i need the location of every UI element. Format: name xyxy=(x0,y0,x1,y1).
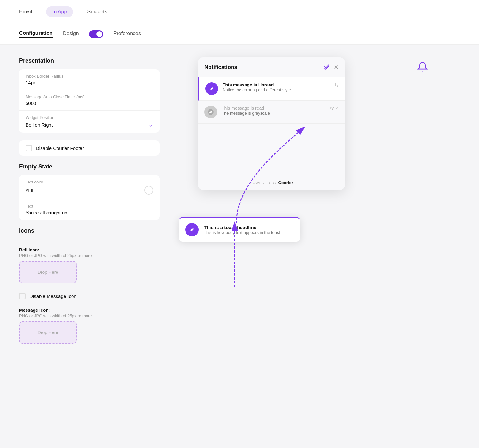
widget-footer: POWERED BY Courier xyxy=(198,175,345,190)
message-icon-label: Message Icon: xyxy=(19,308,160,313)
tab-design[interactable]: Design xyxy=(63,31,79,38)
svg-point-3 xyxy=(211,111,212,112)
inbox-border-radius-field: Inbox Border Radius 14px xyxy=(19,69,160,90)
widget-actions: ✕ xyxy=(323,63,338,71)
widget-position-value: Bell on Right xyxy=(26,122,53,128)
text-color-value[interactable]: #ffffff xyxy=(26,188,36,193)
toast-title: This is a toast headline xyxy=(204,225,280,230)
bell-icon-label: Bell Icon: xyxy=(19,247,160,252)
notif-time-1: 1y xyxy=(334,82,338,87)
presentation-section: Presentation Inbox Border Radius 14px Me… xyxy=(19,57,160,133)
notif-body-2: The message is grayscale xyxy=(222,111,325,116)
text-color-row: #ffffff xyxy=(26,186,153,195)
icons-title: Icons xyxy=(19,228,160,234)
inbox-border-radius-value[interactable]: 14px xyxy=(26,80,153,85)
bell-icon-preview xyxy=(417,61,428,73)
message-icon-sublabel: PNG or JPG with width of 25px or more xyxy=(19,313,160,318)
message-drop-text: Drop Here xyxy=(38,330,58,335)
empty-state-title: Empty State xyxy=(19,163,160,170)
notifications-widget: Notifications ✕ xyxy=(198,57,345,190)
tab-configuration[interactable]: Configuration xyxy=(19,30,53,38)
text-color-field: Text color #ffffff xyxy=(19,175,160,199)
disable-message-icon-label: Disable Message Icon xyxy=(29,294,77,299)
sub-navigation: Configuration Design Preferences xyxy=(0,24,479,45)
toast-avatar xyxy=(185,223,199,236)
widget-position-label: Widget Position xyxy=(26,115,153,120)
empty-state-text-value[interactable]: You're all caught up xyxy=(26,210,153,215)
svg-point-1 xyxy=(212,87,213,88)
tab-snippets[interactable]: Snippets xyxy=(81,6,113,17)
design-toggle[interactable] xyxy=(89,30,103,38)
disable-courier-footer-row[interactable]: Disable Courier Footer xyxy=(19,140,160,156)
tab-email[interactable]: Email xyxy=(13,6,38,17)
tab-in-app[interactable]: In App xyxy=(46,6,73,17)
disable-courier-footer-checkbox[interactable] xyxy=(26,145,32,151)
mark-all-read-button[interactable] xyxy=(323,63,330,71)
widget-header: Notifications ✕ xyxy=(198,57,345,77)
widget-position-select[interactable]: Bell on Right ⌄ xyxy=(26,121,153,128)
avatar-read xyxy=(204,106,217,118)
empty-state-text-field: Text You're all caught up xyxy=(19,199,160,220)
toast-notification: This is a toast headline This is how bod… xyxy=(179,217,300,242)
auto-close-timer-value[interactable]: 5000 xyxy=(26,101,153,106)
widget-empty-area xyxy=(198,124,345,175)
presentation-title: Presentation xyxy=(19,57,160,64)
bell-icon-sublabel: PNG or JPG with width of 25px or more xyxy=(19,253,160,258)
disable-message-icon-checkbox[interactable] xyxy=(19,293,26,299)
chevron-down-icon: ⌄ xyxy=(148,121,153,128)
notif-body-1: Notice the coloring and different style xyxy=(223,87,330,92)
widget-title: Notifications xyxy=(204,64,237,71)
notification-item-read: This message is read The message is gray… xyxy=(198,101,345,124)
color-swatch[interactable] xyxy=(144,186,153,195)
widget-close-button[interactable]: ✕ xyxy=(334,64,338,71)
main-content: Presentation Inbox Border Radius 14px Me… xyxy=(0,45,479,362)
tab-preferences[interactable]: Preferences xyxy=(113,31,141,38)
toast-body: This is how body text appears in the toa… xyxy=(204,230,280,235)
courier-brand: Courier xyxy=(278,180,293,185)
auto-close-timer-field: Message Auto Close Timer (ms) 5000 xyxy=(19,90,160,111)
message-icon-drop-zone[interactable]: Drop Here xyxy=(19,321,77,344)
text-color-label: Text color xyxy=(26,180,153,184)
presentation-fields: Inbox Border Radius 14px Message Auto Cl… xyxy=(19,69,160,133)
widget-position-field: Widget Position Bell on Right ⌄ xyxy=(19,111,160,133)
bell-icon-drop-zone[interactable]: Drop Here xyxy=(19,261,77,283)
disable-courier-footer-label: Disable Courier Footer xyxy=(36,146,84,151)
notif-time-2: 1y ✓ xyxy=(329,106,338,110)
notif-title-1: This message is Unread xyxy=(223,82,330,87)
empty-state-text-label: Text xyxy=(26,204,153,209)
left-panel: Presentation Inbox Border Radius 14px Me… xyxy=(19,57,160,349)
avatar-unread xyxy=(205,82,218,95)
disable-message-icon-row[interactable]: Disable Message Icon xyxy=(19,288,160,304)
read-check-icon: ✓ xyxy=(335,106,338,110)
top-navigation: Email In App Snippets xyxy=(0,0,479,24)
auto-close-timer-label: Message Auto Close Timer (ms) xyxy=(26,94,153,99)
powered-by-text: POWERED BY xyxy=(250,181,277,185)
empty-state-section: Empty State Text color #ffffff Text You'… xyxy=(19,163,160,220)
inbox-border-radius-label: Inbox Border Radius xyxy=(26,74,153,78)
notif-title-2: This message is read xyxy=(222,106,325,111)
bell-drop-text: Drop Here xyxy=(38,270,58,275)
notif-content-2: This message is read The message is gray… xyxy=(222,106,325,116)
notif-content-1: This message is Unread Notice the colori… xyxy=(223,82,330,92)
notification-item-unread: This message is Unread Notice the colori… xyxy=(198,77,345,101)
toast-content: This is a toast headline This is how bod… xyxy=(204,225,280,235)
empty-state-fields: Text color #ffffff Text You're all caugh… xyxy=(19,175,160,220)
svg-point-4 xyxy=(192,228,194,230)
right-panel: Notifications ✕ xyxy=(179,57,460,349)
icons-section: Icons Bell Icon: PNG or JPG with width o… xyxy=(19,228,160,344)
